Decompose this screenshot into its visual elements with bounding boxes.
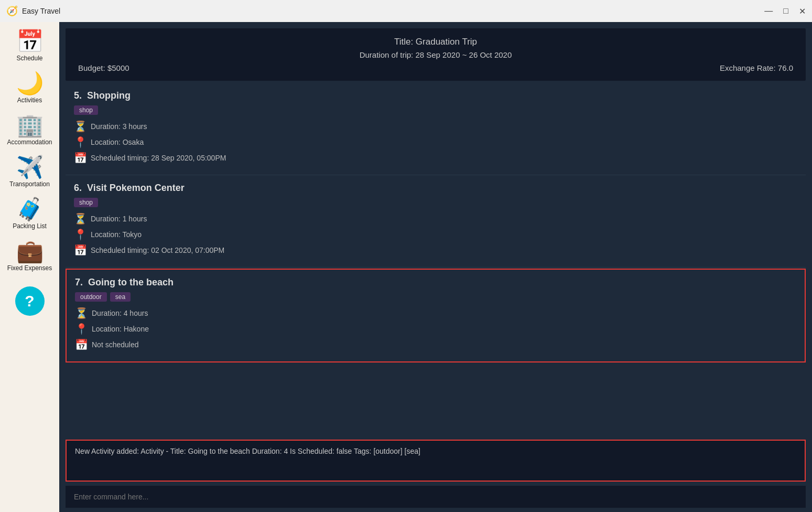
- activity-location: 📍 Location: Tokyo: [74, 228, 797, 241]
- sidebar-item-transportation[interactable]: ✈️ Transportation: [0, 152, 59, 192]
- help-icon[interactable]: ?: [15, 286, 45, 316]
- duration-icon: ⏳: [75, 307, 88, 319]
- activity-duration: ⏳ Duration: 3 hours: [74, 120, 797, 133]
- app-title: Easy Travel: [22, 7, 60, 15]
- scheduled-text: Scheduled timing: 02 Oct 2020, 07:00PM: [91, 246, 224, 254]
- activity-duration: ⏳ Duration: 1 hours: [74, 212, 797, 225]
- scheduled-icon: 📅: [74, 244, 86, 257]
- activity-duration: ⏳ Duration: 4 hours: [75, 307, 796, 319]
- command-bar[interactable]: [66, 486, 806, 508]
- activity-scheduled: 📅 Scheduled timing: 28 Sep 2020, 05:00PM: [74, 152, 797, 164]
- location-icon: 📍: [74, 228, 86, 241]
- minimize-button[interactable]: —: [764, 6, 773, 16]
- sidebar-item-activities[interactable]: 🌙 Activities: [0, 68, 59, 108]
- scheduled-text: Scheduled timing: 28 Sep 2020, 05:00PM: [91, 154, 226, 162]
- window-controls: — □ ✕: [764, 6, 806, 16]
- activity-scheduled: 📅 Not scheduled: [75, 338, 796, 351]
- location-text: Location: Hakone: [92, 325, 149, 333]
- title-bar-left: 🧭 Easy Travel: [6, 5, 60, 17]
- trip-budget: Budget: $5000: [78, 63, 129, 72]
- sidebar-item-schedule[interactable]: 📅 Schedule: [0, 26, 59, 66]
- sidebar-item-accommodation[interactable]: 🏢 Accommodation: [0, 110, 59, 150]
- transportation-icon: ✈️: [16, 156, 44, 178]
- location-text: Location: Osaka: [91, 138, 144, 146]
- tag: shop: [74, 198, 98, 207]
- duration-icon: ⏳: [74, 120, 86, 133]
- duration-text: Duration: 3 hours: [91, 122, 147, 131]
- trip-header-bottom: Budget: $5000 Exchange Rate: 76.0: [78, 63, 793, 72]
- activity-title: 6. Visit Pokemon Center: [74, 183, 797, 194]
- activities-label: Activities: [17, 97, 42, 104]
- app-body: 📅 Schedule 🌙 Activities 🏢 Accommodation …: [0, 22, 812, 512]
- tag: sea: [110, 292, 131, 302]
- activity-location: 📍 Location: Hakone: [75, 323, 796, 335]
- duration-icon: ⏳: [74, 212, 86, 225]
- maximize-button[interactable]: □: [783, 6, 788, 16]
- scheduled-icon: 📅: [74, 152, 86, 164]
- sidebar-item-expenses[interactable]: 💼 Fixed Expenses: [0, 236, 59, 276]
- title-bar: 🧭 Easy Travel — □ ✕: [0, 0, 812, 22]
- expenses-icon: 💼: [16, 240, 44, 262]
- help-question-mark: ?: [25, 292, 34, 310]
- tag: outdoor: [75, 292, 107, 302]
- activity-card-0: 5. Shopping shop ⏳ Duration: 3 hours 📍 L…: [66, 83, 806, 175]
- tags-container: shop: [74, 198, 797, 207]
- tag: shop: [74, 105, 98, 115]
- trip-title: Title: Graduation Trip: [78, 37, 793, 47]
- accommodation-label: Accommodation: [7, 138, 52, 146]
- location-text: Location: Tokyo: [91, 230, 142, 239]
- log-message: New Activity added: Activity - Title: Go…: [75, 447, 420, 455]
- trip-header: Title: Graduation Trip Duration of trip:…: [66, 28, 806, 81]
- activity-scheduled: 📅 Scheduled timing: 02 Oct 2020, 07:00PM: [74, 244, 797, 257]
- duration-text: Duration: 4 hours: [92, 309, 148, 317]
- close-button[interactable]: ✕: [799, 6, 806, 16]
- expenses-label: Fixed Expenses: [7, 264, 52, 272]
- trip-exchange-rate: Exchange Rate: 76.0: [720, 63, 793, 72]
- sidebar: 📅 Schedule 🌙 Activities 🏢 Accommodation …: [0, 22, 59, 512]
- activity-title: 5. Shopping: [74, 90, 797, 101]
- duration-text: Duration: 1 hours: [91, 215, 147, 223]
- activities-icon: 🌙: [16, 72, 44, 94]
- activity-card-1: 6. Visit Pokemon Center shop ⏳ Duration:…: [66, 175, 806, 268]
- accommodation-icon: 🏢: [16, 114, 44, 136]
- trip-duration: Duration of trip: 28 Sep 2020 ~ 26 Oct 2…: [78, 50, 793, 59]
- transportation-label: Transportation: [9, 180, 50, 188]
- activities-list[interactable]: 5. Shopping shop ⏳ Duration: 3 hours 📍 L…: [59, 83, 812, 438]
- log-area: New Activity added: Activity - Title: Go…: [66, 440, 806, 482]
- app-icon: 🧭: [6, 5, 18, 17]
- sidebar-item-packing[interactable]: 🧳 Packing List: [0, 194, 59, 234]
- activity-title: 7. Going to the beach: [75, 277, 796, 288]
- packing-icon: 🧳: [16, 198, 44, 220]
- tags-container: shop: [74, 105, 797, 115]
- tags-container: outdoorsea: [75, 292, 796, 302]
- scheduled-icon: 📅: [75, 338, 88, 351]
- activity-location: 📍 Location: Osaka: [74, 136, 797, 148]
- help-button[interactable]: ?: [0, 278, 59, 324]
- scheduled-text: Not scheduled: [92, 340, 139, 349]
- main-content: Title: Graduation Trip Duration of trip:…: [59, 22, 812, 512]
- command-input[interactable]: [74, 493, 797, 501]
- schedule-label: Schedule: [16, 55, 42, 62]
- schedule-icon: 📅: [16, 30, 44, 52]
- packing-label: Packing List: [13, 222, 47, 230]
- location-icon: 📍: [74, 136, 86, 148]
- activity-card-2: 7. Going to the beach outdoorsea ⏳ Durat…: [66, 269, 806, 362]
- location-icon: 📍: [75, 323, 88, 335]
